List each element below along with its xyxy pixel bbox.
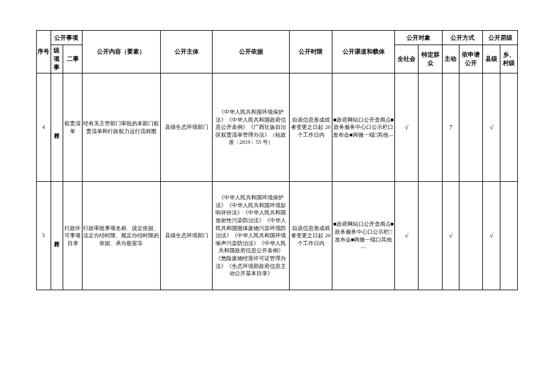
cell-m-active: √: [442, 182, 459, 290]
cell-basis: 《中华人民共和国环境保护法》《中华人民共和国环境影响评价法》《中华人民共和国放射…: [213, 182, 290, 290]
header-content: 公开内容（要素）: [82, 31, 161, 73]
cell-aud-all: √: [395, 73, 419, 182]
table-row: 4 行政许可 权责清单 经有关主管部门审批的本部门权责清单和行政权力运行流程图 …: [37, 73, 518, 182]
header-l2: 二事: [63, 45, 82, 73]
header-subject: 公开主体: [161, 31, 213, 73]
cell-m-active: 7: [442, 73, 459, 182]
header-audience-group: 公开对象: [395, 31, 442, 45]
header-method-group: 公开方式: [442, 31, 483, 45]
cell-subject: 县级生态环境部门: [161, 182, 213, 290]
header-time: 公开时限: [290, 31, 332, 73]
header-seq: 序号: [37, 31, 51, 73]
disclosure-table: 序号 公开事项 公开内容（要素） 公开主体 公开依据 公开时限 公开渠道和载体 …: [36, 30, 518, 290]
cell-lv-county: √: [483, 73, 500, 182]
header-l1: 级项事: [51, 45, 63, 73]
table-row: 5 行政许可 行政许可事项目录 行政审批事项名称、设定依据、法定办结时限、规定办…: [37, 182, 518, 290]
cell-aud-all: √: [395, 182, 419, 290]
cell-seq: 5: [37, 182, 51, 290]
cell-lv-county: √: [483, 182, 500, 290]
header-channel: 公开渠道和载体: [332, 31, 394, 73]
cell-lv-village: [500, 73, 518, 182]
cell-m-apply: [459, 73, 483, 182]
cell-time: 自该信息形成或者变更之日起 20 个工作日内: [290, 182, 332, 290]
cell-basis: 《中华人民共和国环境保护法》《中华人民共和国政府信息公开条例》《广西壮族自治区权…: [213, 73, 290, 182]
header-m-active: 主动: [442, 45, 459, 73]
header-level-group: 公开层级: [483, 31, 518, 45]
cell-l2: 行政许可事项目录: [63, 182, 82, 290]
header-aud-spec: 特定群众: [419, 45, 442, 73]
cell-lv-village: [500, 182, 518, 290]
cell-channel: ■政府网站口公开查阅点■政务服务中心口公示栏□发布会■两微一端口其他—: [332, 182, 394, 290]
cell-content: 行政审批事项名称、设定依据、法定办结时限、规定办结时限的依据、承办股室等: [82, 182, 161, 290]
cell-l1: 行政许可: [51, 73, 63, 182]
header-lv-village: 乡、村级: [500, 45, 518, 73]
cell-time: 自该信息形成或者变更之日起 20 个工作日内: [290, 73, 332, 182]
cell-aud-spec: [419, 73, 442, 182]
cell-subject: 县级生态环境部门: [161, 73, 213, 182]
header-basis: 公开依据: [213, 31, 290, 73]
cell-channel: ■政府网站口公开查阅点■政务服务中心口公示栏口发布会■两微一端□其他—: [332, 73, 394, 182]
cell-seq: 4: [37, 73, 51, 182]
cell-m-apply: [459, 182, 483, 290]
cell-l1: 行政许可: [51, 182, 63, 290]
cell-l2: 权责清单: [63, 73, 82, 182]
header-aud-all: 全社会: [395, 45, 419, 73]
header-lv-county: 县级: [483, 45, 500, 73]
header-m-apply: 依申请公开: [459, 45, 483, 73]
cell-aud-spec: [419, 182, 442, 290]
header-matter-group: 公开事项: [51, 31, 82, 45]
cell-content: 经有关主管部门审批的本部门权责清单和行政权力运行流程图: [82, 73, 161, 182]
